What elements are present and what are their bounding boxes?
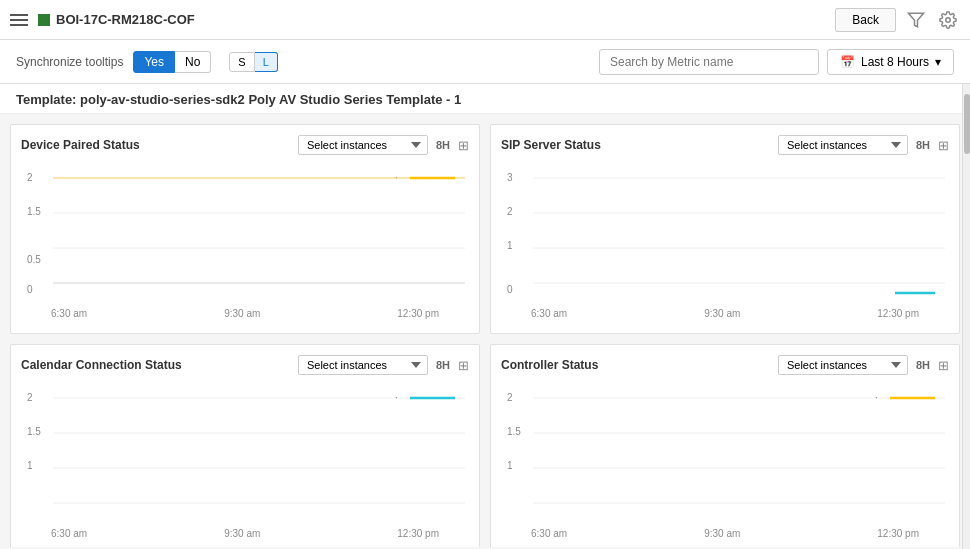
search-area: 📅 Last 8 Hours ▾ xyxy=(599,49,954,75)
chart-area: 2 1.5 1 · 6:30 am 9:30 am 12:30 pm xyxy=(21,383,469,543)
svg-text:1: 1 xyxy=(27,460,33,471)
chart-area: 3 2 1 0 6:30 am 9:30 am 12:30 pm xyxy=(501,163,949,323)
charts-grid: Device Paired Status Select instances 8H… xyxy=(0,114,970,547)
chart-controller-status: Controller Status Select instances 8H ⊞ … xyxy=(490,344,960,547)
time-range-button[interactable]: 📅 Last 8 Hours ▾ xyxy=(827,49,954,75)
chart-title: Device Paired Status xyxy=(21,138,290,152)
time-range-label: Last 8 Hours xyxy=(861,55,929,69)
select-instances-dropdown[interactable]: Select instances xyxy=(778,135,908,155)
size-toggle-group: S L xyxy=(229,52,277,72)
time-label: 8H xyxy=(436,359,450,371)
back-button[interactable]: Back xyxy=(835,8,896,32)
chart-header: SIP Server Status Select instances 8H ⊞ xyxy=(501,135,949,155)
chart-header: Calendar Connection Status Select instan… xyxy=(21,355,469,375)
scrollbar-thumb[interactable] xyxy=(964,94,970,154)
chart-svg: 2 1.5 1 · xyxy=(21,383,469,523)
time-label: 8H xyxy=(436,139,450,151)
chart-title: Controller Status xyxy=(501,358,770,372)
svg-marker-0 xyxy=(909,13,924,27)
svg-text:·: · xyxy=(395,392,398,403)
svg-text:2: 2 xyxy=(507,206,513,217)
x-axis-labels: 6:30 am 9:30 am 12:30 pm xyxy=(501,306,949,319)
sync-no-button[interactable]: No xyxy=(175,51,211,73)
chart-header: Controller Status Select instances 8H ⊞ xyxy=(501,355,949,375)
svg-text:1: 1 xyxy=(507,460,513,471)
calendar-icon: 📅 xyxy=(840,55,855,69)
x-axis-labels: 6:30 am 9:30 am 12:30 pm xyxy=(501,526,949,539)
size-l-button[interactable]: L xyxy=(255,52,278,72)
filter-icon[interactable] xyxy=(904,8,928,32)
select-instances-dropdown[interactable]: Select instances xyxy=(778,355,908,375)
settings-icon[interactable] xyxy=(936,8,960,32)
svg-text:3: 3 xyxy=(507,172,513,183)
svg-text:1.5: 1.5 xyxy=(507,426,521,437)
grid-icon[interactable]: ⊞ xyxy=(938,138,949,153)
chart-area: 2 1.5 0.5 0 · 6:30 am 9:30 am 1 xyxy=(21,163,469,323)
svg-text:0: 0 xyxy=(507,284,513,295)
svg-text:0: 0 xyxy=(27,284,33,295)
chart-device-paired-status: Device Paired Status Select instances 8H… xyxy=(10,124,480,334)
topbar: BOI-17C-RM218C-COF Back xyxy=(0,0,970,40)
time-label: 8H xyxy=(916,139,930,151)
svg-text:1: 1 xyxy=(507,240,513,251)
chart-title: SIP Server Status xyxy=(501,138,770,152)
chart-area: 2 1.5 1 · 6:30 am 9:30 am 12:30 pm xyxy=(501,383,949,543)
chart-title: Calendar Connection Status xyxy=(21,358,290,372)
scrollbar[interactable] xyxy=(962,84,970,549)
chart-svg: 3 2 1 0 xyxy=(501,163,949,303)
svg-text:·: · xyxy=(875,392,878,403)
time-range-chevron: ▾ xyxy=(935,55,941,69)
svg-text:0.5: 0.5 xyxy=(27,254,41,265)
sync-toggle-group: Yes No xyxy=(133,51,211,73)
svg-text:2: 2 xyxy=(507,392,513,403)
time-label: 8H xyxy=(916,359,930,371)
select-instances-dropdown[interactable]: Select instances xyxy=(298,355,428,375)
template-title: Template: poly-av-studio-series-sdk2 Pol… xyxy=(0,84,970,114)
topbar-right-actions xyxy=(904,8,960,32)
grid-icon[interactable]: ⊞ xyxy=(938,358,949,373)
device-name: BOI-17C-RM218C-COF xyxy=(38,12,827,27)
chart-svg: 2 1.5 0.5 0 · xyxy=(21,163,469,303)
menu-icon[interactable] xyxy=(10,10,30,30)
svg-point-1 xyxy=(946,17,951,22)
select-instances-dropdown[interactable]: Select instances xyxy=(298,135,428,155)
controls-bar: Synchronize tooltips Yes No S L 📅 Last 8… xyxy=(0,40,970,84)
svg-text:1.5: 1.5 xyxy=(27,426,41,437)
svg-text:2: 2 xyxy=(27,172,33,183)
chart-header: Device Paired Status Select instances 8H… xyxy=(21,135,469,155)
x-axis-labels: 6:30 am 9:30 am 12:30 pm xyxy=(21,526,469,539)
grid-icon[interactable]: ⊞ xyxy=(458,138,469,153)
x-axis-labels: 6:30 am 9:30 am 12:30 pm xyxy=(21,306,469,319)
sync-yes-button[interactable]: Yes xyxy=(133,51,175,73)
sync-label: Synchronize tooltips xyxy=(16,55,123,69)
device-status-indicator xyxy=(38,14,50,26)
svg-text:1.5: 1.5 xyxy=(27,206,41,217)
chart-svg: 2 1.5 1 · xyxy=(501,383,949,523)
chart-calendar-connection-status: Calendar Connection Status Select instan… xyxy=(10,344,480,547)
svg-text:2: 2 xyxy=(27,392,33,403)
search-input[interactable] xyxy=(599,49,819,75)
chart-sip-server-status: SIP Server Status Select instances 8H ⊞ … xyxy=(490,124,960,334)
grid-icon[interactable]: ⊞ xyxy=(458,358,469,373)
size-s-button[interactable]: S xyxy=(229,52,254,72)
